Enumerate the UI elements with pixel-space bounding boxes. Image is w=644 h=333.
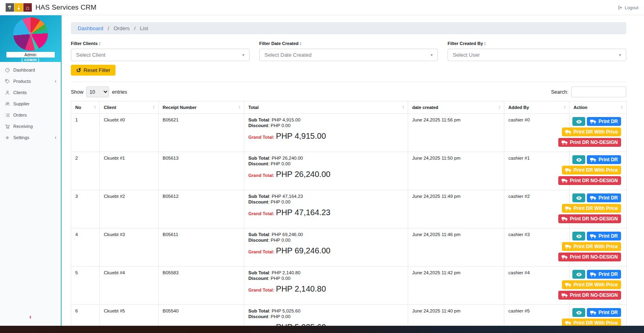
sidebar-item-receiving[interactable]: Receiving <box>0 121 61 132</box>
table-controls: Show 10 entries Search: <box>71 82 626 97</box>
column-header-date-created[interactable]: date created▲▼ <box>408 101 504 114</box>
sort-icon: ▲▼ <box>621 105 623 109</box>
grand-total-value: PHP 26,240.00 <box>276 170 330 179</box>
print-dr-no-design-button[interactable]: Print DR NO-DESIGN <box>558 176 621 185</box>
filter-label: Filter Clients : <box>71 41 250 46</box>
sidebar-item-supplier[interactable]: Supplier <box>0 98 61 109</box>
button-label: Print DR NO-DESIGN <box>570 216 618 222</box>
view-order-button[interactable] <box>572 232 585 240</box>
cell-total: Sub Total: PHP 47,164.23 Discount: PHP 0… <box>244 190 408 228</box>
view-order-button[interactable] <box>572 193 585 202</box>
sort-icon: ▲▼ <box>238 105 241 109</box>
button-label: Print DR NO-DESIGN <box>570 140 618 145</box>
cell-total: Sub Total: PHP 69,246.00 Discount: PHP 0… <box>244 228 408 267</box>
sidebar-item-clients[interactable]: Clients <box>0 87 61 98</box>
filter-select-2[interactable]: Select User▾ <box>448 49 626 61</box>
sort-icon: ▲▼ <box>153 105 155 109</box>
print-dr-no-design-button[interactable]: Print DR NO-DESIGN <box>558 291 621 300</box>
sidebar-item-dashboard[interactable]: Dashboard <box>0 64 61 76</box>
print-dr-button[interactable]: Print DR <box>587 232 621 240</box>
cell-date-created: June 24,2025 11:42 pm <box>408 267 504 305</box>
cell-no: 5 <box>71 267 100 305</box>
print-dr-button[interactable]: Print DR <box>587 308 621 317</box>
search-label: Search: <box>551 89 568 95</box>
column-header-receipt-number[interactable]: Receipt Number▲▼ <box>159 101 244 114</box>
cell-receipt-number: B05612 <box>159 190 244 228</box>
filter-group-0: Filter Clients :Select Client▾ <box>71 41 250 61</box>
chevron-left-icon: ‹ <box>55 78 56 84</box>
column-label: Client <box>104 105 116 110</box>
sidebar-item-orders[interactable]: Orders <box>0 109 61 121</box>
table-header-row: No▲▼Client▲▼Receipt Number▲▼Total▲▼date … <box>71 101 627 114</box>
page-size-select[interactable]: 10 <box>86 86 109 97</box>
print-dr-with-price-button[interactable]: Print DR With Price <box>562 204 621 213</box>
column-header-no[interactable]: No▲▼ <box>71 101 100 114</box>
cell-action: Print DR Print DR With Price Print DR NO… <box>570 152 627 190</box>
print-dr-button[interactable]: Print DR <box>587 270 621 279</box>
sort-icon: ▲▼ <box>94 105 96 109</box>
print-dr-with-price-button[interactable]: Print DR With Price <box>562 242 621 251</box>
sidebar-item-label: Dashboard <box>13 68 35 72</box>
print-dr-with-price-button[interactable]: Print DR With Price <box>562 166 621 175</box>
sidebar-item-products[interactable]: Products‹ <box>0 76 61 87</box>
sidebar-item-settings[interactable]: Settings‹ <box>0 132 61 143</box>
logout-label: Logout <box>625 5 638 10</box>
cell-no: 1 <box>71 114 100 152</box>
print-dr-with-price-button[interactable]: Print DR With Price <box>562 127 621 136</box>
chevron-down-icon: ▾ <box>431 53 433 57</box>
logout-button[interactable]: Logout <box>618 5 638 10</box>
button-label: Print DR <box>599 310 618 315</box>
filter-label: Filter Created By : <box>448 41 626 46</box>
print-dr-no-design-button[interactable]: Print DR NO-DESIGN <box>558 138 621 147</box>
view-order-button[interactable] <box>572 155 585 164</box>
sort-icon: ▲▼ <box>564 105 566 109</box>
column-header-client[interactable]: Client▲▼ <box>100 101 159 114</box>
button-label: Print DR With Price <box>574 244 618 249</box>
button-label: Print DR <box>599 195 618 201</box>
reset-filter-label: Reset Filter <box>84 67 110 73</box>
print-dr-with-price-button[interactable]: Print DR With Price <box>562 280 621 289</box>
button-label: Print DR NO-DESIGN <box>570 254 618 260</box>
reset-filter-button[interactable]: ↺ Reset Filter <box>71 65 116 76</box>
filter-select-1[interactable]: Select Date Created▾ <box>259 49 438 61</box>
print-dr-button[interactable]: Print DR <box>587 193 621 202</box>
search-input[interactable] <box>571 86 626 97</box>
cell-date-created: June 24,2025 11:49 pm <box>408 190 504 228</box>
chevron-left-icon: ‹ <box>55 135 56 140</box>
column-label: date created <box>412 105 438 110</box>
cell-receipt-number: B05583 <box>159 267 244 305</box>
column-label: Total <box>248 105 258 110</box>
table-row: 2 Ckuebt #1 B05613 Sub Total: PHP 26,240… <box>71 152 627 190</box>
show-label: Show <box>71 89 83 95</box>
print-dr-button[interactable]: Print DR <box>587 155 621 164</box>
column-header-action[interactable]: Action▲▼ <box>570 101 627 114</box>
print-dr-no-design-button[interactable]: Print DR NO-DESIGN <box>558 214 621 223</box>
sidebar-collapse-toggle[interactable]: ‹ <box>0 313 61 321</box>
hammer-logo-icon <box>6 3 14 12</box>
table-row: 4 Ckuebt #3 B05611 Sub Total: PHP 69,246… <box>71 228 627 267</box>
chevron-down-icon: ▾ <box>619 53 621 57</box>
print-dr-no-design-button[interactable]: Print DR NO-DESIGN <box>558 253 621 261</box>
filter-select-0[interactable]: Select Client▾ <box>71 49 250 61</box>
filter-group-2: Filter Created By :Select User▾ <box>448 41 626 61</box>
sidebar: Admin ( ADMIN ) DashboardProducts‹Client… <box>0 15 62 326</box>
sidebar-menu: DashboardProducts‹ClientsSupplierOrdersR… <box>0 62 61 143</box>
print-dr-button[interactable]: Print DR <box>587 117 621 126</box>
grand-total-value: PHP 69,246.00 <box>276 246 330 255</box>
view-order-button[interactable] <box>572 270 585 279</box>
column-label: Receipt Number <box>163 105 196 110</box>
sidebar-item-label: Clients <box>13 90 27 95</box>
column-header-total[interactable]: Total▲▼ <box>244 101 408 114</box>
table-row: 5 Ckuebt #4 B05583 Sub Total: PHP 2,140.… <box>71 267 627 305</box>
breadcrumb-item-dashboard[interactable]: Dashboard <box>78 25 103 31</box>
column-label: Action <box>574 105 587 110</box>
cell-date-created: June 24,2025 11:56 pm <box>408 114 504 152</box>
filter-label: Filter Date Created : <box>259 41 438 46</box>
view-order-button[interactable] <box>572 117 585 126</box>
shovel-logo-icon <box>14 3 23 12</box>
view-order-button[interactable] <box>572 308 585 317</box>
users-icon <box>4 101 10 107</box>
column-header-added-by[interactable]: Added By▲▼ <box>504 101 570 114</box>
sidebar-item-label: Settings <box>13 135 29 140</box>
button-label: Print DR With Price <box>574 129 618 135</box>
